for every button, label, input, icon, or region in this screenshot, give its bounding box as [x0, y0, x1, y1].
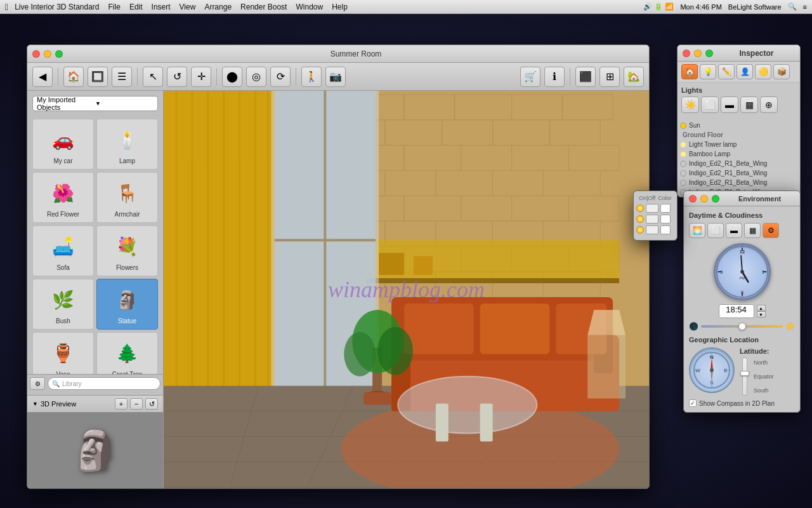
tab-box[interactable]: 📦	[773, 64, 790, 79]
light-toggle-2[interactable]	[646, 215, 658, 224]
floor-plan-btn[interactable]: 🏠	[63, 67, 84, 87]
env-max-btn[interactable]	[712, 195, 719, 203]
indigo-wing-2[interactable]: Indigo_Ed2_R1_Beta_Wing	[680, 168, 797, 178]
light-type-4[interactable]: ▦	[740, 97, 758, 113]
camera-btn[interactable]: 📷	[325, 67, 346, 87]
env-tab-dawn[interactable]: 🌅	[689, 223, 705, 238]
back-button[interactable]: ◀	[32, 67, 53, 87]
library-search[interactable]: 🔍 Library	[48, 377, 160, 390]
object-flowers[interactable]: 💐 Flowers	[96, 225, 158, 276]
time-increment[interactable]: ▲	[757, 305, 766, 311]
object-bush[interactable]: 🌿 Bush	[32, 279, 94, 330]
light-toggle-1[interactable]	[646, 204, 658, 213]
view2-btn[interactable]: ⊞	[599, 67, 620, 87]
object-armchair[interactable]: 🪑 Armchair	[96, 172, 158, 223]
menu-arrange[interactable]: Arrange	[204, 3, 232, 11]
indigo-wing-1[interactable]: Indigo_Ed2_R1_Beta_Wing	[680, 159, 797, 168]
light-color-3[interactable]	[660, 225, 671, 234]
zoom-in-btn[interactable]: +	[115, 398, 128, 410]
menu-edit[interactable]: Edit	[129, 3, 143, 11]
close-button[interactable]	[32, 50, 40, 58]
object-lamp[interactable]: 🕯️ Lamp	[96, 119, 158, 170]
object-vase[interactable]: 🏺 Vase	[32, 332, 94, 374]
menu-extra-icon[interactable]: ≡	[803, 3, 807, 11]
object-my-car[interactable]: 🚗 My car	[32, 119, 94, 170]
env-close-btn[interactable]	[689, 195, 697, 203]
3d-view[interactable]: winampblog.com	[164, 91, 649, 488]
menu-render[interactable]: Render Boost	[240, 3, 287, 11]
move-btn[interactable]: ✛	[191, 67, 211, 87]
object-red-flower[interactable]: 🌺 Red Flower	[32, 172, 94, 223]
settings-btn[interactable]: ⚙	[30, 377, 45, 390]
view1-btn[interactable]: ⬛	[575, 67, 596, 87]
inspector-min-btn[interactable]	[694, 50, 702, 57]
show-compass-checkbox[interactable]: ✓	[689, 399, 697, 407]
env-tab-day[interactable]: ⬜	[707, 223, 724, 238]
light-tower-lamp[interactable]: Light Tower lamp	[680, 140, 797, 149]
minimize-button[interactable]	[44, 50, 51, 58]
time-display[interactable]: 18:54	[719, 304, 754, 318]
refresh-btn[interactable]: ⟳	[270, 67, 291, 87]
light-color-1[interactable]	[660, 204, 671, 213]
list-btn[interactable]: ☰	[112, 67, 132, 87]
light-color-2[interactable]	[660, 215, 671, 224]
object-sofa[interactable]: 🛋️ Sofa	[32, 225, 94, 276]
objects-dropdown[interactable]: My Imported Objects ▼	[32, 96, 158, 111]
menu-help[interactable]: Help	[332, 3, 348, 11]
tab-light[interactable]: 💡	[700, 64, 716, 79]
bamboo-lamp[interactable]: Bamboo Lamp	[680, 149, 797, 159]
menu-insert[interactable]: Insert	[152, 3, 171, 11]
tab-home[interactable]: 🏠	[681, 64, 698, 79]
my-car-icon: 🚗	[46, 123, 81, 156]
apple-menu[interactable]: 	[5, 2, 8, 12]
preview-section: ▼ 3D Preview + − ↺ 🗿	[27, 395, 163, 488]
env-tab-settings[interactable]: ⚙	[763, 223, 779, 238]
tab-person[interactable]: 👤	[737, 64, 753, 79]
info-btn[interactable]: ℹ	[544, 67, 565, 87]
person-btn[interactable]: 🚶	[301, 67, 322, 87]
latitude-slider[interactable]	[742, 358, 747, 396]
env-tab-rain[interactable]: ▦	[744, 223, 761, 238]
object-statue[interactable]: 🗿 Statue	[96, 279, 158, 330]
light-type-2[interactable]: ⬜	[701, 97, 719, 113]
svg-point-77	[398, 377, 537, 434]
sun-item[interactable]: Sun	[680, 121, 797, 130]
menu-window[interactable]: Window	[296, 3, 323, 11]
lights-label: Lights	[681, 86, 796, 94]
target-btn[interactable]: ◎	[246, 67, 266, 87]
lights-right-panel: On|Off Color	[633, 190, 678, 241]
home-btn[interactable]: 🏡	[624, 67, 644, 87]
indigo-wing-3[interactable]: Indigo_Ed2_R1_Beta_Wing	[680, 178, 797, 187]
brightness-slider[interactable]	[701, 325, 783, 328]
room-btn[interactable]: 🔲	[88, 67, 108, 87]
light-type-3[interactable]: ▬	[721, 97, 738, 113]
inspector-max-btn[interactable]	[705, 50, 713, 57]
env-tab-clouds[interactable]: ▬	[726, 223, 742, 238]
rotate-btn[interactable]: ↺	[167, 67, 187, 87]
maximize-button[interactable]	[55, 50, 63, 58]
menu-file[interactable]: File	[108, 3, 121, 11]
env-tabs: 🌅 ⬜ ▬ ▦ ⚙	[689, 223, 795, 238]
light-type-1[interactable]: ☀️	[681, 97, 699, 113]
env-min-btn[interactable]	[700, 195, 708, 203]
circle-btn[interactable]: ⬤	[222, 67, 242, 87]
time-decrement[interactable]: ▼	[757, 311, 766, 318]
light-toggle-3[interactable]	[646, 225, 658, 234]
tab-color[interactable]: 🟡	[755, 64, 771, 79]
armchair-icon: 🪑	[110, 177, 145, 210]
zoom-out-btn[interactable]: −	[130, 398, 143, 410]
compass[interactable]: N S W E	[689, 347, 735, 393]
object-great-tree[interactable]: 🌲 Great Tree	[96, 332, 158, 374]
cart-btn[interactable]: 🛒	[520, 67, 540, 87]
latitude-thumb[interactable]	[740, 371, 749, 376]
reset-btn[interactable]: ↺	[145, 398, 158, 410]
preview-header[interactable]: ▼ 3D Preview + − ↺	[27, 396, 163, 412]
light-add[interactable]: ⊕	[760, 97, 778, 113]
inspector-close-btn[interactable]	[683, 50, 690, 57]
menu-view[interactable]: View	[180, 3, 196, 11]
search-icon[interactable]: 🔍	[788, 3, 797, 11]
tab-edit[interactable]: ✏️	[718, 64, 735, 79]
select-btn[interactable]: ↖	[143, 67, 163, 87]
brightness-thumb[interactable]	[738, 323, 746, 330]
indigo-label-1: Indigo_Ed2_R1_Beta_Wing	[689, 160, 767, 167]
